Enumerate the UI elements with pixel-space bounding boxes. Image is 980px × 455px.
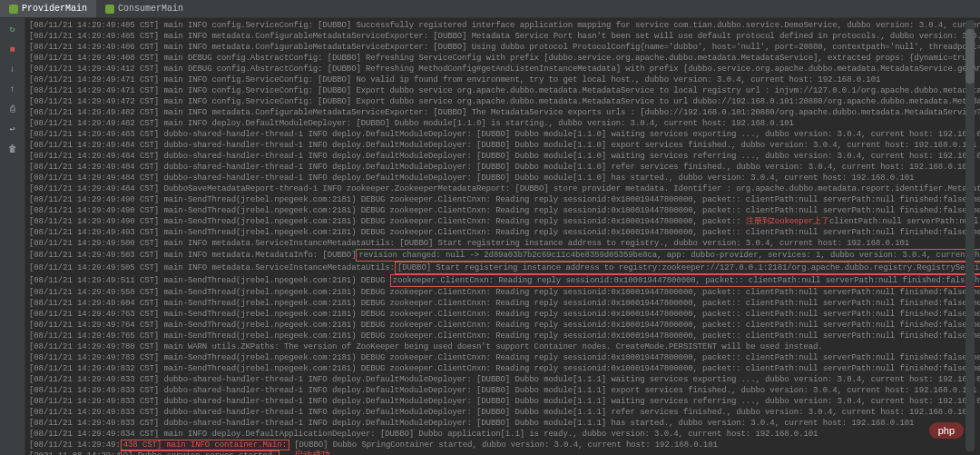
log-line: [08/11/21 14:29:49:484 CST] dubbo-shared… bbox=[29, 173, 976, 183]
log-line: [08/11/21 14:29:49:490 CST] main-SendThr… bbox=[29, 194, 976, 205]
log-line: [08/11/21 14:29:49:604 CST] main-SendThr… bbox=[29, 298, 976, 309]
print-icon[interactable]: ⎙ bbox=[5, 102, 20, 116]
tab-provider-main[interactable]: ProviderMain bbox=[0, 0, 96, 17]
log-line: [08/11/21 14:29:49:484 CST] dubbo-shared… bbox=[29, 140, 976, 151]
highlight-started: 9] Dubbo service server started. bbox=[121, 450, 280, 455]
log-line: [08/11/21 14:29:49:471 CST] main INFO co… bbox=[29, 74, 976, 85]
log-line: [08/11/21 14:29:49:763 CST] main-SendThr… bbox=[29, 309, 976, 320]
scroll-down-icon[interactable]: ↓ bbox=[5, 62, 20, 76]
log-line: [08/11/21 14:29:49:833 CST] dubbo-shared… bbox=[29, 396, 976, 407]
log-line: [08/11/21 14:29:49:764 CST] main-SendThr… bbox=[29, 320, 976, 331]
log-line: [08/11/21 14:29:49:500 CST] main INFO me… bbox=[29, 238, 976, 249]
log-line: [08/11/21 14:29:49:406 CST] main INFO me… bbox=[29, 42, 976, 53]
log-line: [08/11/21 14:29:49:484 CST] DubboSaveMet… bbox=[29, 183, 976, 194]
log-line: [08/11/21 14:29:49:505 CST] main INFO me… bbox=[29, 262, 976, 274]
annotation-zookeeper: 注册到Zookeeper上了 bbox=[746, 217, 829, 226]
log-line: [08/11/21 14:29:49:780 CST] main WARN ut… bbox=[29, 341, 976, 352]
log-line: [08/11/21 14:29:49:405 CST] main INFO me… bbox=[29, 31, 976, 42]
log-line: [08/11/21 14:29:49:834 CST] main INFO de… bbox=[29, 429, 976, 440]
highlight-box: [DUBBO] Start registering instance addre… bbox=[395, 262, 980, 274]
log-line: [08/11/21 14:29:49:493 CST] main-SendThr… bbox=[29, 227, 976, 238]
console-output[interactable]: [08/11/21 14:29:49:405 CST] main INFO co… bbox=[25, 18, 980, 455]
vertical-scrollbar[interactable] bbox=[965, 20, 975, 451]
scroll-up-icon[interactable]: ↑ bbox=[5, 82, 20, 96]
log-line: [08/11/21 14:29:49:408 CST] main DEBUG c… bbox=[29, 53, 976, 64]
log-line: [08/11/21 14:29:49:833 CST] dubbo-shared… bbox=[29, 374, 976, 385]
tab-consumer-main[interactable]: ConsumerMain bbox=[96, 0, 192, 17]
log-line: [08/11/21 14:29:49:484 CST] dubbo-shared… bbox=[29, 162, 976, 173]
annotation-success: 启动成功 bbox=[294, 450, 330, 455]
log-line: [08/11/21 14:29:49:833 CST] dubbo-shared… bbox=[29, 385, 976, 396]
highlight-box: 438 CST] main INFO container.Main: bbox=[121, 440, 289, 450]
rerun-icon[interactable]: ↻ bbox=[5, 22, 20, 36]
log-line: [08/11/21 14:29:49:833 CST] dubbo-shared… bbox=[29, 418, 976, 429]
highlight-box: revision changed: null -> 2d89a03b7b2c69… bbox=[356, 249, 980, 262]
log-line: [08/11/21 14:29:49:832 CST] main-SendThr… bbox=[29, 363, 976, 374]
log-line: [08/11/21 14:29:49:482 CST] main INFO de… bbox=[29, 118, 976, 129]
log-line: [08/11/21 14:29:49:438 CST] main INFO co… bbox=[29, 440, 976, 450]
scrollbar-thumb[interactable] bbox=[965, 29, 975, 84]
log-line: [08/11/21 14:29:49:783 CST] main-SendThr… bbox=[29, 352, 976, 363]
log-line: [08/11/21 14:29:49:412 CST] main DEBUG c… bbox=[29, 64, 976, 74]
watermark-badge: php bbox=[929, 422, 964, 439]
log-line: [08/11/21 14:29:49:490 CST] main-SendThr… bbox=[29, 216, 976, 227]
tab-label: ProviderMain bbox=[22, 4, 87, 14]
log-line: [2021-11-08 14:29:49] Dubbo service serv… bbox=[29, 450, 976, 455]
highlight-box: zookeeper.ClientCnxn: Reading reply sess… bbox=[390, 274, 980, 287]
log-line: [08/11/21 14:29:49:483 CST] dubbo-shared… bbox=[29, 129, 976, 140]
log-line: [08/11/21 14:29:49:558 CST] main-SendThr… bbox=[29, 287, 976, 298]
log-line: [08/11/21 14:29:49:833 CST] dubbo-shared… bbox=[29, 407, 976, 418]
run-icon bbox=[105, 5, 114, 14]
run-tabs: ProviderMain ConsumerMain bbox=[0, 0, 980, 18]
log-line: [08/11/21 14:29:49:490 CST] main-SendThr… bbox=[29, 205, 976, 216]
run-icon bbox=[9, 5, 18, 14]
stop-icon[interactable]: ■ bbox=[5, 42, 20, 56]
console-toolbar: ↻ ■ ↓ ↑ ⎙ ↩ 🗑 bbox=[0, 18, 25, 455]
log-line: [08/11/21 14:29:49:511 CST] main-SendThr… bbox=[29, 274, 976, 287]
log-line: [08/11/21 14:29:49:503 CST] main INFO me… bbox=[29, 249, 976, 262]
soft-wrap-icon[interactable]: ↩ bbox=[5, 122, 20, 136]
tab-label: ConsumerMain bbox=[118, 4, 183, 14]
log-line: [08/11/21 14:29:49:765 CST] main-SendThr… bbox=[29, 331, 976, 341]
log-line: [08/11/21 14:29:49:484 CST] dubbo-shared… bbox=[29, 151, 976, 162]
clear-icon[interactable]: 🗑 bbox=[5, 142, 20, 156]
log-line: [08/11/21 14:29:49:471 CST] main INFO co… bbox=[29, 85, 976, 96]
log-line: [08/11/21 14:29:49:472 CST] main INFO co… bbox=[29, 96, 976, 107]
log-line: [08/11/21 14:29:49:405 CST] main INFO co… bbox=[29, 20, 976, 31]
log-line: [08/11/21 14:29:49:482 CST] main INFO me… bbox=[29, 107, 976, 118]
